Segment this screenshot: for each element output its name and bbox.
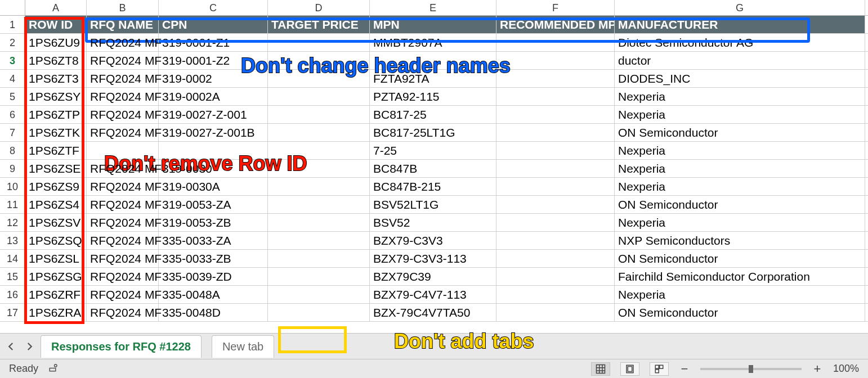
cell[interactable] (268, 304, 370, 321)
cell[interactable] (370, 52, 496, 69)
cell[interactable]: Diotec Semiconductor AG (615, 34, 865, 51)
row-header[interactable]: 5 (0, 88, 25, 105)
cell[interactable]: 1PS6ZTP (25, 106, 87, 123)
col-header-B[interactable]: B (87, 0, 159, 15)
view-page-break-button[interactable] (650, 362, 669, 376)
cell[interactable]: 319-0027-Z-001B (159, 124, 268, 141)
row-header[interactable]: 9 (0, 160, 25, 177)
macro-record-icon[interactable] (48, 362, 59, 375)
cell[interactable]: RFQ2024 MF (87, 250, 159, 267)
cell[interactable]: RFQ2024 MF (87, 196, 159, 213)
cell[interactable]: Nexperia (615, 142, 865, 159)
cell[interactable]: RFQ2024 MF (87, 88, 159, 105)
cell[interactable]: BSV52 (370, 214, 496, 231)
cell[interactable] (496, 286, 615, 303)
cell[interactable]: RFQ2024 MF (87, 214, 159, 231)
cell[interactable]: RFQ2024 MF (87, 34, 159, 51)
col-header-F[interactable]: F (496, 0, 615, 15)
cell[interactable]: 319-0002A (159, 88, 268, 105)
cell[interactable]: 319-0030A (159, 178, 268, 195)
cell[interactable] (268, 142, 370, 159)
cell[interactable] (268, 232, 370, 249)
row-header[interactable]: 12 (0, 214, 25, 231)
cell[interactable]: BC817-25LT1G (370, 124, 496, 141)
header-cell-recommendedmpn[interactable]: RECOMMENDED MPN (496, 16, 615, 33)
cell[interactable]: 1PS6ZTK (25, 124, 87, 141)
cell[interactable] (496, 106, 615, 123)
cell[interactable]: Fairchild Semiconductor Corporation (615, 268, 865, 285)
cell[interactable]: 319-0053-ZB (159, 214, 268, 231)
row-header[interactable]: 4 (0, 70, 25, 87)
cell[interactable]: ON Semiconductor (615, 304, 865, 321)
cell[interactable]: 7-25 (370, 142, 496, 159)
cell[interactable] (268, 286, 370, 303)
cell[interactable] (496, 124, 615, 141)
cell[interactable]: ductor (615, 52, 865, 69)
cell[interactable]: Nexperia (615, 178, 865, 195)
cell[interactable]: RFQ2024 MF (87, 106, 159, 123)
cell[interactable]: NXP Semiconductors (615, 232, 865, 249)
cell[interactable]: Nexperia (615, 214, 865, 231)
cell[interactable] (496, 142, 615, 159)
cell[interactable] (496, 178, 615, 195)
row-header[interactable]: 16 (0, 286, 25, 303)
cell[interactable] (268, 214, 370, 231)
row-header[interactable]: 8 (0, 142, 25, 159)
row-header[interactable]: 7 (0, 124, 25, 141)
cell[interactable] (268, 178, 370, 195)
cell[interactable]: 1PS6ZS4 (25, 196, 87, 213)
cell[interactable]: ON Semiconductor (615, 124, 865, 141)
header-cell-targetprice[interactable]: TARGET PRICE (268, 16, 370, 33)
zoom-out-button[interactable]: − (679, 363, 690, 375)
cell[interactable]: RFQ2024 MF (87, 286, 159, 303)
cell[interactable]: RFQ2024 MF (87, 268, 159, 285)
zoom-in-button[interactable]: + (812, 363, 823, 375)
header-cell-rfqname[interactable]: RFQ NAME (87, 16, 159, 33)
cell[interactable]: BZX79-C3V3-113 (370, 250, 496, 267)
sheet-tab-active[interactable]: Responses for RFQ #1228 (41, 335, 202, 358)
header-cell-rowid[interactable]: ROW ID (25, 16, 87, 33)
cell[interactable]: RFQ2024 MF (87, 160, 159, 177)
row-header[interactable]: 14 (0, 250, 25, 267)
cell[interactable] (268, 34, 370, 51)
cell[interactable]: 335-0048A (159, 286, 268, 303)
cell[interactable]: 335-0048D (159, 304, 268, 321)
header-cell-manufacturer[interactable]: MANUFACTURER (615, 16, 865, 33)
cell[interactable]: 319-0027-Z-001 (159, 106, 268, 123)
cell[interactable]: BSV52LT1G (370, 196, 496, 213)
cell[interactable]: 335-0039-ZD (159, 268, 268, 285)
col-header-D[interactable]: D (268, 0, 370, 15)
zoom-slider[interactable] (700, 368, 802, 370)
cell[interactable] (268, 106, 370, 123)
cell[interactable]: 1PS6ZSY (25, 88, 87, 105)
row-header[interactable]: 17 (0, 304, 25, 321)
cell[interactable] (496, 214, 615, 231)
zoom-slider-thumb[interactable] (749, 365, 753, 373)
cell[interactable]: 1PS6ZSG (25, 268, 87, 285)
cell[interactable]: PZTA92-115 (370, 88, 496, 105)
cell[interactable] (496, 34, 615, 51)
cell[interactable] (268, 160, 370, 177)
cell[interactable]: 1PS6ZSE (25, 160, 87, 177)
cell[interactable] (268, 196, 370, 213)
cell[interactable]: 1PS6ZRF (25, 286, 87, 303)
cell[interactable]: BZX-79C4V7TA50 (370, 304, 496, 321)
cell[interactable] (496, 304, 615, 321)
sheet-tab-new[interactable]: New tab (212, 335, 274, 358)
cell[interactable]: RFQ2024 MF (87, 124, 159, 141)
cell[interactable] (496, 268, 615, 285)
cell[interactable] (268, 52, 370, 69)
cell[interactable]: FZTA92TA (370, 70, 496, 87)
cell[interactable]: 1PS6ZT8 (25, 52, 87, 69)
cell[interactable] (87, 142, 159, 159)
select-all-corner[interactable] (0, 0, 25, 15)
cell[interactable]: 1PS6ZT3 (25, 70, 87, 87)
cell[interactable]: 1PS6ZTF (25, 142, 87, 159)
cell[interactable]: Nexperia (615, 286, 865, 303)
tab-nav-next[interactable] (23, 340, 36, 353)
cell[interactable] (268, 88, 370, 105)
cell[interactable]: ON Semiconductor (615, 250, 865, 267)
cell[interactable]: BC817-25 (370, 106, 496, 123)
cell[interactable]: Nexperia (615, 160, 865, 177)
cell[interactable]: Nexperia (615, 106, 865, 123)
